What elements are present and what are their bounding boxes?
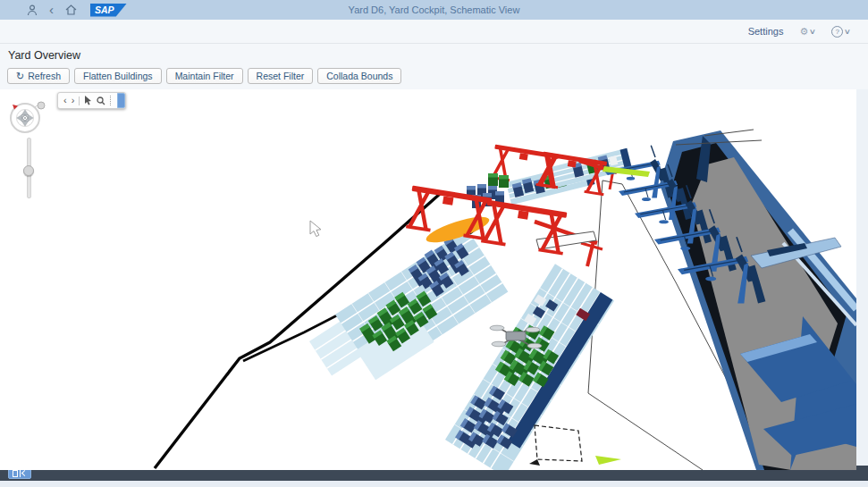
collada-bounds-button[interactable]: Collada Bounds: [317, 68, 401, 84]
app-window: ‹ SAP Yard D6, Yard Cockpit, Schematic V…: [0, 0, 868, 487]
home-icon[interactable]: [65, 4, 77, 15]
app-title: Yard D6, Yard Cockpit, Schematic View: [0, 4, 868, 15]
toolbar: ↻ Refresh Flatten Buildings Maintain Fil…: [7, 68, 868, 84]
chevron-down-icon: ∨: [809, 28, 816, 36]
maintain-filter-button[interactable]: Maintain Filter: [166, 68, 243, 84]
sap-logo: SAP: [90, 4, 127, 17]
pointer-tool-button[interactable]: [84, 96, 92, 105]
toolbar-grip[interactable]: [117, 93, 125, 108]
dashed-zone: [529, 425, 582, 466]
settings-menu-button[interactable]: ⚙ ∨: [799, 26, 815, 38]
panel-icon: [13, 470, 18, 477]
lime-marker[interactable]: [595, 456, 621, 465]
rtg-crane-4[interactable]: [481, 200, 569, 254]
slider-handle[interactable]: [23, 165, 34, 176]
step-forward-button[interactable]: ›: [72, 96, 75, 105]
user-icon[interactable]: [27, 4, 38, 16]
refresh-button[interactable]: ↻ Refresh: [7, 68, 70, 84]
zoom-tool-button[interactable]: [97, 97, 105, 105]
mouse-cursor: [310, 221, 321, 237]
navigation-compass[interactable]: [5, 97, 48, 139]
flatten-buildings-button[interactable]: Flatten Buildings: [74, 68, 162, 84]
footer-strip: [0, 481, 868, 487]
orbit-knob[interactable]: [38, 102, 45, 109]
zoom-slider[interactable]: [21, 138, 34, 197]
page-title: Yard Overview: [8, 49, 868, 62]
toolbar-divider: [79, 97, 80, 105]
refresh-icon: ↻: [16, 71, 24, 80]
yard-scene[interactable]: [0, 89, 856, 470]
viewport-toolbar: ‹ ›: [57, 92, 126, 109]
page-header: Yard Overview ↻ Refresh Flatten Building…: [0, 44, 868, 89]
chevron-down-icon: ∨: [844, 28, 851, 36]
sap-logo-text: SAP: [95, 4, 114, 15]
settings-button[interactable]: Settings: [748, 26, 784, 37]
toolbar-dotted-divider: [110, 96, 113, 105]
help-icon: ?: [831, 26, 843, 38]
shell-nav: ‹ SAP: [27, 4, 127, 17]
collapse-chevron-icon: [21, 470, 28, 476]
help-menu-button[interactable]: ? ∨: [831, 26, 850, 38]
pointer-icon: [84, 96, 92, 105]
shell-bar: ‹ SAP Yard D6, Yard Cockpit, Schematic V…: [0, 0, 868, 20]
back-icon[interactable]: ‹: [49, 4, 54, 16]
3d-viewport[interactable]: ‹ ›: [0, 89, 856, 470]
refresh-label: Refresh: [28, 71, 61, 81]
gear-icon: ⚙: [799, 26, 808, 38]
panel-divider-icon: [20, 470, 21, 477]
viewport-row: ‹ ›: [0, 89, 868, 466]
magnifier-icon: [97, 97, 105, 105]
reset-filter-button[interactable]: Reset Filter: [248, 68, 314, 84]
subheader-bar: Settings ⚙ ∨ ? ∨: [0, 20, 868, 44]
step-back-button[interactable]: ‹: [63, 96, 67, 105]
